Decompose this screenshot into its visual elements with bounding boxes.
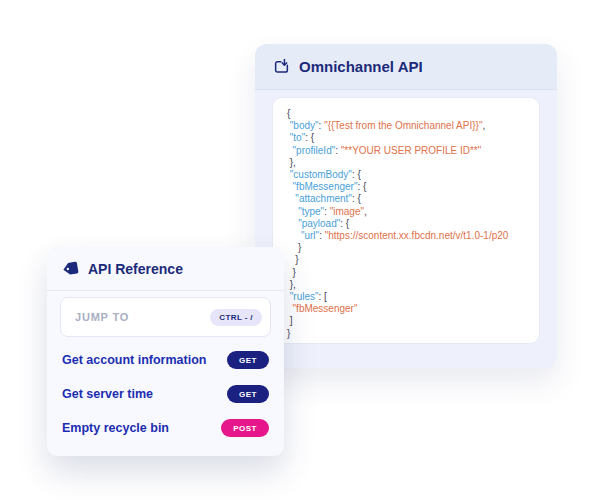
code-panel: { "body": "{{Test from the Omnichannel A… — [272, 97, 540, 344]
omnichannel-card-header: Omnichannel API — [255, 44, 557, 90]
code-line: "fbMessenger": { — [287, 181, 535, 193]
endpoint-row[interactable]: Empty recycle binPOST — [47, 411, 284, 445]
shortcut-badge: CTRL - / — [210, 309, 262, 326]
box-arrow-in-down-icon — [273, 58, 290, 75]
code-line: "type": "image", — [287, 206, 535, 218]
code-block: { "body": "{{Test from the Omnichannel A… — [287, 108, 535, 340]
code-line: } — [287, 254, 535, 266]
code-line: "rules": [ — [287, 291, 535, 303]
code-line: } — [287, 328, 535, 340]
code-line: ] — [287, 315, 535, 327]
code-line: }, — [287, 157, 535, 169]
code-line: } — [287, 242, 535, 254]
api-reference-title: API Reference — [88, 261, 183, 277]
api-reference-header: API Reference — [47, 247, 284, 291]
code-line: "body": "{{Test from the Omnichannel API… — [287, 120, 535, 132]
method-badge: GET — [227, 385, 269, 403]
code-line: "to": { — [287, 132, 535, 144]
endpoint-label: Empty recycle bin — [62, 421, 169, 435]
code-line: "fbMessenger" — [287, 303, 535, 315]
code-line: { — [287, 108, 535, 120]
endpoint-label: Get server time — [62, 387, 153, 401]
endpoint-row[interactable]: Get server timeGET — [47, 377, 284, 411]
method-badge: GET — [227, 351, 269, 369]
code-line: "payload": { — [287, 218, 535, 230]
tag-icon — [61, 259, 81, 279]
code-line: "profileId": "**YOUR USER PROFILE ID**" — [287, 145, 535, 157]
code-line: "attachment": { — [287, 193, 535, 205]
code-line: }, — [287, 279, 535, 291]
page: Omnichannel API { "body": "{{Test from t… — [0, 0, 600, 500]
code-line: } — [287, 267, 535, 279]
jump-to-input[interactable] — [73, 310, 197, 324]
api-reference-card: API Reference CTRL - / Get account infor… — [47, 247, 284, 456]
endpoint-row[interactable]: Get account informationGET — [47, 343, 284, 377]
endpoint-label: Get account information — [62, 353, 206, 367]
code-line: "customBody": { — [287, 169, 535, 181]
omnichannel-api-card: Omnichannel API { "body": "{{Test from t… — [255, 44, 557, 368]
method-badge: POST — [221, 419, 269, 437]
omnichannel-card-title: Omnichannel API — [299, 58, 423, 75]
jump-to-box: CTRL - / — [60, 297, 271, 337]
code-line: "url": "https://scontent.xx.fbcdn.net/v/… — [287, 230, 535, 242]
endpoint-list: Get account informationGETGet server tim… — [47, 337, 284, 445]
